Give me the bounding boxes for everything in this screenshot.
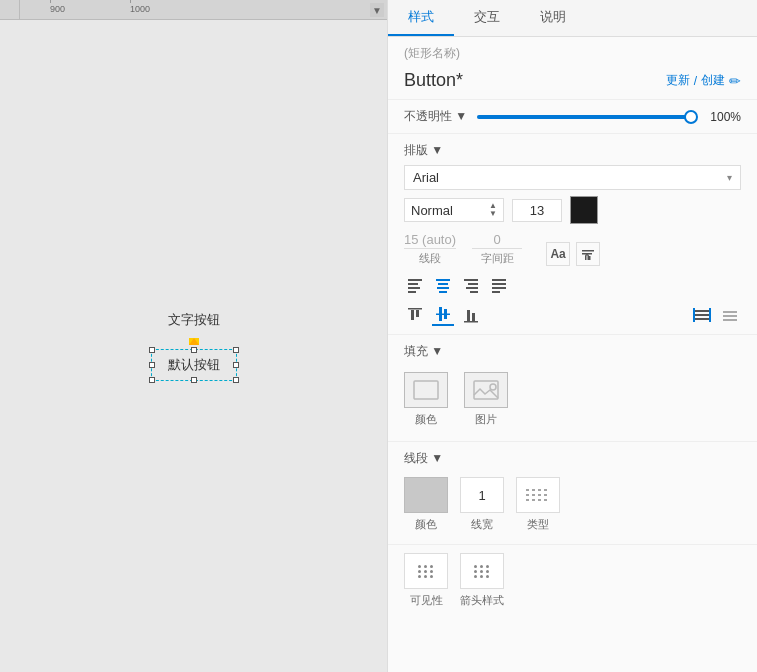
svg-rect-20: [411, 310, 414, 320]
handle-mr[interactable]: [233, 362, 239, 368]
align-right-icon[interactable]: [460, 274, 482, 296]
scroll-indicator[interactable]: ▼: [370, 3, 384, 17]
visibility-label: 可见性: [410, 593, 443, 608]
svg-rect-0: [582, 250, 594, 252]
typography-label: 排版 ▼: [404, 142, 443, 159]
canvas-content: 文字按钮 默认按钮: [0, 20, 387, 672]
arrow-style-btn[interactable]: [460, 553, 504, 589]
style-spinner[interactable]: ▲ ▼: [489, 202, 497, 218]
opacity-fill: [477, 115, 691, 119]
paragraph-icon: [580, 246, 596, 262]
fill-image-label: 图片: [475, 412, 497, 427]
fill-image-icon: [471, 378, 501, 402]
handle-br[interactable]: [233, 377, 239, 383]
opacity-slider[interactable]: [477, 115, 691, 119]
fill-image-item: 图片: [464, 372, 508, 427]
opacity-label[interactable]: 不透明性 ▼: [404, 108, 467, 125]
font-size-value: 13: [530, 203, 544, 218]
svg-rect-28: [695, 310, 709, 312]
handle-tri-top[interactable]: [189, 338, 199, 345]
fill-color-icon: [411, 378, 441, 402]
widget-name[interactable]: Button*: [404, 70, 463, 91]
widget-label: 文字按钮: [168, 311, 220, 329]
vertical-align-row: [404, 304, 741, 326]
valign-top-icon[interactable]: [404, 304, 426, 326]
bottom-row: 可见性 箭头样式: [388, 545, 757, 616]
font-select[interactable]: Arial ▾: [404, 165, 741, 190]
svg-rect-30: [695, 318, 709, 320]
line-width-btn[interactable]: 1: [460, 477, 504, 513]
text-transform-icon[interactable]: [576, 242, 600, 266]
svg-rect-36: [414, 381, 438, 399]
arrow-icon: [474, 565, 490, 578]
line-color-item: 颜色: [404, 477, 448, 532]
fill-section: 填充 ▼ 颜色 图片: [388, 335, 757, 442]
opacity-value[interactable]: 100%: [701, 110, 741, 124]
font-style-input[interactable]: Normal ▲ ▼: [404, 198, 504, 222]
spinner-down[interactable]: ▼: [489, 210, 497, 218]
text-overflow-icon[interactable]: [719, 304, 741, 326]
fill-image-btn[interactable]: [464, 372, 508, 408]
valign-bottom-icon[interactable]: [460, 304, 482, 326]
handle-bl[interactable]: [149, 377, 155, 383]
font-name: Arial: [413, 170, 439, 185]
handle-tl[interactable]: [149, 347, 155, 353]
align-justify-icon[interactable]: [488, 274, 510, 296]
handle-ml[interactable]: [149, 362, 155, 368]
opacity-thumb[interactable]: [684, 110, 698, 124]
line-row: 颜色 1 线宽 类型: [404, 473, 741, 536]
line-color-label: 颜色: [415, 517, 437, 532]
handle-tm[interactable]: [191, 347, 197, 353]
button-widget[interactable]: 默认按钮: [151, 349, 237, 381]
text-align-row: [404, 274, 741, 296]
fill-color-label: 颜色: [415, 412, 437, 427]
widget-name-row: Button* 更新 / 创建 ✏: [388, 66, 757, 100]
panel-tabs: 样式 交互 说明: [388, 0, 757, 37]
char-spacing-value[interactable]: 0: [472, 232, 522, 249]
tab-interact[interactable]: 交互: [454, 0, 520, 36]
font-color-swatch[interactable]: [570, 196, 598, 224]
shape-name: (矩形名称): [388, 37, 757, 66]
line-spacing-value[interactable]: 15 (auto): [404, 232, 456, 249]
handle-tr[interactable]: [233, 347, 239, 353]
svg-rect-12: [468, 283, 478, 285]
fill-header[interactable]: 填充 ▼: [404, 343, 741, 360]
svg-rect-18: [492, 291, 500, 293]
arrow-style-item: 箭头样式: [460, 553, 504, 608]
widget-area: 文字按钮 默认按钮: [151, 311, 237, 381]
tab-notes[interactable]: 说明: [520, 0, 586, 36]
line-color-btn[interactable]: [404, 477, 448, 513]
svg-rect-2: [589, 256, 591, 260]
edit-icon: ✏: [729, 73, 741, 89]
handle-bm[interactable]: [191, 377, 197, 383]
text-overflow-clip-icon[interactable]: [691, 304, 713, 326]
align-left-icon[interactable]: [404, 274, 426, 296]
line-spacing-item: 15 (auto) 线段: [404, 232, 456, 266]
line-type-item: 类型: [516, 477, 560, 532]
font-style-row: Normal ▲ ▼ 13: [404, 196, 741, 224]
char-spacing-item: 0 字间距: [472, 232, 522, 266]
align-center-icon[interactable]: [432, 274, 454, 296]
typography-header[interactable]: 排版 ▼: [404, 142, 741, 159]
fill-color-btn[interactable]: [404, 372, 448, 408]
line-type-btn[interactable]: [516, 477, 560, 513]
svg-point-38: [490, 384, 496, 390]
svg-rect-29: [695, 314, 709, 316]
update-create-btn[interactable]: 更新 / 创建 ✏: [666, 72, 741, 89]
line-header[interactable]: 线段 ▼: [404, 450, 741, 467]
fill-icons-row: 颜色 图片: [404, 366, 741, 433]
visibility-btn[interactable]: [404, 553, 448, 589]
char-spacing-label: 字间距: [481, 251, 514, 266]
svg-rect-16: [492, 283, 506, 285]
line-spacing-label: 线段: [419, 251, 441, 266]
typography-section: 排版 ▼ Arial ▾ Normal ▲ ▼ 13: [388, 134, 757, 335]
tab-style[interactable]: 样式: [388, 0, 454, 36]
text-case-icon[interactable]: Aa: [546, 242, 570, 266]
line-type-label: 类型: [527, 517, 549, 532]
ruler-mark-1000: 1000: [130, 4, 150, 14]
svg-rect-14: [470, 291, 478, 293]
visibility-item: 可见性: [404, 553, 448, 608]
font-size-input[interactable]: 13: [512, 199, 562, 222]
valign-middle-icon[interactable]: [432, 304, 454, 326]
svg-rect-34: [723, 315, 737, 317]
